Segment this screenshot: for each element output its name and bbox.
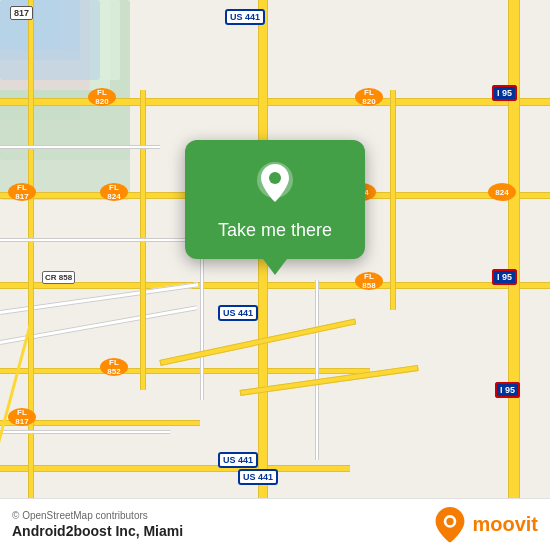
shield-fl817: FL 817 <box>8 183 36 201</box>
road-bottom <box>0 465 350 472</box>
road-v-right <box>390 90 396 310</box>
road-fl858 <box>0 282 550 289</box>
shield-fl852: FL 852 <box>100 358 128 376</box>
road-white-v2 <box>315 280 319 460</box>
shield-fl824: FL 824 <box>100 183 128 201</box>
road-fl820 <box>0 98 550 106</box>
attribution-text: © OpenStreetMap contributors <box>12 510 183 521</box>
svg-point-1 <box>269 172 281 184</box>
shield-i95-mid: I 95 <box>492 272 517 282</box>
shield-us441-mid: US 441 <box>218 308 258 318</box>
shield-824-right: 824 <box>488 183 516 201</box>
road-us441 <box>258 0 268 550</box>
shield-i95-top: I 95 <box>492 88 517 98</box>
location-pin-icon <box>251 160 299 208</box>
moovit-text: moovit <box>472 513 538 536</box>
shield-fl817-bot: FL 817 <box>8 408 36 426</box>
road-fl817 <box>28 0 34 550</box>
bottom-bar: © OpenStreetMap contributors Android2boo… <box>0 498 550 550</box>
shield-817-top: 817 <box>10 8 33 18</box>
road-white-1 <box>0 145 160 149</box>
moovit-pin-icon <box>434 507 466 543</box>
road-white-3 <box>0 430 170 434</box>
svg-point-3 <box>447 517 454 524</box>
take-me-there-button[interactable]: Take me there <box>185 140 365 259</box>
bottom-left: © OpenStreetMap contributors Android2boo… <box>12 510 183 539</box>
app-name: Android2boost Inc, Miami <box>12 523 183 539</box>
shield-fl858: FL 858 <box>355 272 383 290</box>
shield-cr858: CR 858 <box>42 272 75 282</box>
shield-us441-btm: US 441 <box>238 472 278 482</box>
shield-fl820-left: FL 820 <box>88 88 116 106</box>
shield-us441-bot: US 441 <box>218 455 258 465</box>
map-container: US 441 817 FL 820 FL 820 I 95 FL 817 FL … <box>0 0 550 550</box>
shield-i95-bot: I 95 <box>495 385 520 395</box>
shield-us441-top: US 441 <box>225 12 265 22</box>
popup-label: Take me there <box>218 220 332 241</box>
moovit-logo: moovit <box>434 507 538 543</box>
shield-fl820-right: FL 820 <box>355 88 383 106</box>
